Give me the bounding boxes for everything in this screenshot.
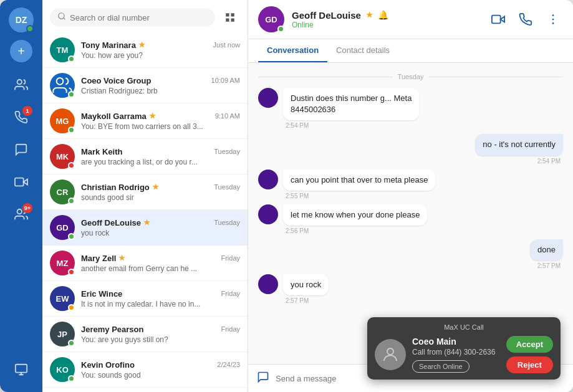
svg-point-19 [387,348,393,355]
video-icon [14,175,28,189]
nav-monitor[interactable] [7,356,35,383]
status-dot [68,269,75,275]
contact-name: Mary Zell ★ [81,254,125,263]
more-options-button[interactable] [543,9,563,29]
status-dot [68,198,75,204]
phone-call-icon [519,12,532,26]
msg-time: 2:57 PM [283,297,329,304]
search-bar [42,0,248,32]
svg-point-18 [552,22,554,24]
add-button[interactable]: + [10,40,32,62]
contact-name: Geoff DeLouise ★ [81,218,150,227]
contact-time: Friday [221,325,240,333]
contact-avatar-jeremy: JP [50,322,75,347]
contact-name: Eric Wince [81,289,122,299]
status-dot [68,55,75,62]
contact-info: Kevin Orofino 2/24/23 You: sounds good [81,360,240,380]
chat-contact-avatar: GD [258,6,284,32]
contact-name-row: Tony Marinara ★ Just now [81,41,240,50]
chat-status-text: Online [292,21,481,29]
contact-item-eric[interactable]: EW Eric Wince Friday It is not in my cal… [42,281,248,317]
contact-item-geoff[interactable]: GD Geoff DeLouise ★ Tuesday you rock [42,210,248,246]
nav-phone[interactable]: 1 [7,103,35,131]
accept-call-button[interactable]: Accept [506,336,553,353]
msg-bubble-wrap: done 2:57 PM [530,239,563,269]
contact-item-mary[interactable]: MZ Mary Zell ★ Friday another email from… [42,246,248,281]
call-info: Coeo Main Call from (844) 300-2636 Searc… [412,337,500,373]
contact-time: Just now [213,41,240,49]
star-icon: ★ [143,218,150,227]
search-input-wrap[interactable] [50,8,215,27]
status-dot [68,340,75,347]
svg-point-16 [552,14,554,16]
contact-time: 10:09 AM [211,77,240,84]
svg-point-0 [17,80,22,84]
contact-item-mark[interactable]: MK Mark Keith Tuesday are you tracking a… [42,139,248,174]
grid-view-button[interactable] [220,7,240,27]
search-online-button[interactable]: Search Online [412,360,469,373]
tab-conversation[interactable]: Conversation [258,39,327,62]
chat-star-icon[interactable]: ★ [366,11,373,19]
contact-preview: You: sounds good [81,371,240,380]
reject-call-button[interactable]: Reject [506,356,553,373]
contact-preview: You: BYE from two carriers on all 3... [81,122,240,131]
contact-item-coeo[interactable]: Coeo Voice Group 10:09 AM Cristian Rodri… [42,68,248,103]
svg-rect-4 [16,365,27,373]
contact-name-row: Kevin Orofino 2/24/23 [81,360,240,370]
voice-call-button[interactable] [516,9,536,29]
contact-time: 2/24/23 [217,361,240,368]
caller-avatar-icon [381,345,400,364]
contact-avatar-tony: TM [50,37,75,62]
call-from: Call from (844) 300-2636 [412,348,500,356]
nav-messages[interactable] [7,136,35,163]
contact-avatar-kevin: KO [50,357,75,382]
message-row-m1: Dustin does this number g... Meta8445002… [258,88,563,129]
message-row-m2: no - it's not currently 2:54 PM [258,134,563,164]
chat-header-actions [488,9,563,29]
contact-item-jeremy[interactable]: JP Jeremy Pearson Friday You: are you gu… [42,317,248,352]
contact-avatar-coeo [50,73,75,98]
msg-time: 2:57 PM [530,262,563,269]
msg-bubble-wrap: let me know when your done please 2:56 P… [283,204,427,234]
nav-contacts[interactable] [7,71,35,98]
groups-badge: 9+ [22,203,32,213]
contact-info: Maykoll Garrama ★ 9:10 AM You: BYE from … [81,112,240,131]
nav-video[interactable] [7,168,35,196]
contact-item-maykoll[interactable]: MG Maykoll Garrama ★ 9:10 AM You: BYE fr… [42,103,248,139]
contact-panel: TM Tony Marinara ★ Just now You: how are… [42,0,248,392]
contact-item-kevin[interactable]: KO Kevin Orofino 2/24/23 You: sounds goo… [42,352,248,388]
svg-marker-14 [501,16,504,22]
contact-info: Eric Wince Friday It is not in my caleda… [81,289,240,308]
video-call-icon [491,12,505,26]
contact-name-row: Mary Zell ★ Friday [81,254,240,263]
svg-rect-10 [231,13,234,16]
msg-time: 2:54 PM [475,158,563,165]
svg-rect-9 [226,13,229,16]
avatar-initials: DZ [16,15,27,25]
contact-time: Tuesday [214,219,240,226]
star-icon: ★ [118,254,125,262]
tab-contact-details[interactable]: Contact details [327,39,398,62]
contact-name: Maykoll Garrama ★ [81,112,156,121]
contact-item-tony[interactable]: TM Tony Marinara ★ Just now You: how are… [42,32,248,68]
msg-bubble-wrap: no - it's not currently 2:54 PM [475,134,563,164]
nav-groups[interactable]: 9+ [7,201,35,228]
contact-info: Mark Keith Tuesday are you tracking a li… [81,147,240,166]
contact-info: Tony Marinara ★ Just now You: how are yo… [81,41,240,60]
chat-bell-icon[interactable]: 🔔 [378,10,388,20]
contact-name-row: Coeo Voice Group 10:09 AM [81,76,240,85]
svg-rect-11 [226,19,229,22]
contact-preview: are you tracking a list, or do you r... [81,158,240,166]
phone-badge: 1 [22,106,32,116]
contact-name: Coeo Voice Group [81,76,151,85]
chat-contact-name: Geoff DeLouise ★ 🔔 [292,10,481,21]
contact-name-row: Christian Rodrigo ★ Tuesday [81,183,240,192]
more-options-icon [546,12,560,26]
user-avatar[interactable]: DZ [9,7,34,32]
contact-item-christian[interactable]: CR Christian Rodrigo ★ Tuesday sounds go… [42,174,248,210]
svg-point-7 [59,13,64,19]
video-call-button[interactable] [488,9,508,29]
chat-header: GD Geoff DeLouise ★ 🔔 Online [248,0,573,39]
search-input[interactable] [70,13,208,22]
star-icon: ★ [149,112,156,120]
